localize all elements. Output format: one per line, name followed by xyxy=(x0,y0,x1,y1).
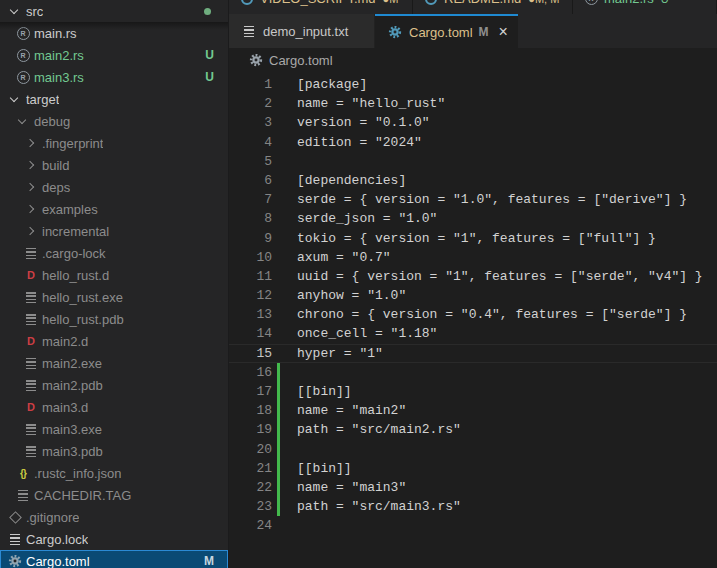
lines-icon xyxy=(7,531,23,547)
tree-item[interactable]: Cargo.tomlM xyxy=(0,550,228,568)
line-number: 23 xyxy=(229,497,272,516)
git-added-gutter-bar xyxy=(277,497,280,516)
tab-row-lower[interactable]: demo_input.txtCargo.tomlM× xyxy=(229,14,717,48)
code-line[interactable]: 2name = "hello_rust" xyxy=(229,94,717,113)
tree-item[interactable]: build xyxy=(0,154,228,176)
git-status-badge: M xyxy=(204,554,214,568)
code-line[interactable]: 5 xyxy=(229,152,717,171)
code-line[interactable]: 16 xyxy=(229,363,717,382)
code-line[interactable]: 18name = "main2" xyxy=(229,401,717,420)
tree-item[interactable]: main.rs xyxy=(0,22,228,44)
code-line[interactable]: 13chrono = { version = "0.4", features =… xyxy=(229,305,717,324)
code-line[interactable]: 21[[bin]] xyxy=(229,459,717,478)
code-line[interactable]: 22name = "main3" xyxy=(229,478,717,497)
gutter-decoration xyxy=(272,94,297,113)
tree-item[interactable]: Dhello_rust.d xyxy=(0,264,228,286)
code-line[interactable]: 11uuid = { version = "1", features = ["s… xyxy=(229,267,717,286)
tree-item[interactable]: main3.rsU xyxy=(0,66,228,88)
tree-item-label: CACHEDIR.TAG xyxy=(34,488,131,503)
gutter-decoration xyxy=(272,440,297,459)
tree-item[interactable]: target xyxy=(0,88,228,110)
tab-status-badge: ●M xyxy=(383,0,399,5)
file-explorer-sidebar[interactable]: srcmain.rsmain2.rsUmain3.rsUtargetdebug.… xyxy=(0,0,229,568)
editor-tab[interactable]: demo_input.txt xyxy=(229,14,375,48)
tree-item[interactable]: deps xyxy=(0,176,228,198)
line-number: 24 xyxy=(229,516,272,535)
code-line[interactable]: 8serde_json = "1.0" xyxy=(229,209,717,228)
tab-row-upper[interactable]: VIDEO_SCRIPT.md●MREADME.md●M, Mmain2.rsU xyxy=(229,0,717,14)
tree-item[interactable]: Cargo.lock xyxy=(0,528,228,550)
editor-tab[interactable]: main2.rsU xyxy=(573,0,717,14)
code-line[interactable]: 15hyper = "1" xyxy=(229,344,717,363)
gutter-decoration xyxy=(272,420,297,439)
tree-item[interactable]: main2.rsU xyxy=(0,44,228,66)
tree-item-label: debug xyxy=(34,114,70,129)
tree-item-label: main2.pdb xyxy=(42,378,103,393)
code-line[interactable]: 17[[bin]] xyxy=(229,382,717,401)
line-number: 21 xyxy=(229,459,272,478)
code-line[interactable]: 12anyhow = "1.0" xyxy=(229,286,717,305)
line-number: 10 xyxy=(229,248,272,267)
tree-item[interactable]: main2.pdb xyxy=(0,374,228,396)
code-text: anyhow = "1.0" xyxy=(297,286,406,305)
gutter-decoration xyxy=(272,229,297,248)
tree-item[interactable]: incremental xyxy=(0,220,228,242)
editor-tab[interactable]: Cargo.tomlM× xyxy=(375,14,518,48)
tree-item[interactable]: .cargo-lock xyxy=(0,242,228,264)
code-editor[interactable]: 1[package]2name = "hello_rust"3version =… xyxy=(229,72,717,568)
chevron-down-icon xyxy=(7,91,23,107)
code-line[interactable]: 23path = "src/main3.rs" xyxy=(229,497,717,516)
code-line[interactable]: 1[package] xyxy=(229,75,717,94)
code-line[interactable]: 4edition = "2024" xyxy=(229,133,717,152)
close-icon[interactable]: × xyxy=(499,24,508,40)
git-added-gutter-bar xyxy=(277,478,280,497)
lines-icon xyxy=(23,421,39,437)
code-line[interactable]: 24 xyxy=(229,516,717,535)
line-number: 4 xyxy=(229,133,272,152)
tree-item[interactable]: examples xyxy=(0,198,228,220)
tree-item[interactable]: CACHEDIR.TAG xyxy=(0,484,228,506)
line-number: 1 xyxy=(229,75,272,94)
code-line[interactable]: 9tokio = { version = "1", features = ["f… xyxy=(229,229,717,248)
tree-item[interactable]: Dmain3.d xyxy=(0,396,228,418)
editor-tab[interactable]: VIDEO_SCRIPT.md●M xyxy=(229,0,413,14)
code-line[interactable]: 3version = "0.1.0" xyxy=(229,113,717,132)
chevron-right-icon xyxy=(23,179,39,195)
code-line[interactable]: 10axum = "0.7" xyxy=(229,248,717,267)
code-line[interactable]: 7serde = { version = "1.0", features = [… xyxy=(229,190,717,209)
tree-item[interactable]: {}.rustc_info.json xyxy=(0,462,228,484)
tree-item[interactable]: main3.exe xyxy=(0,418,228,440)
tree-item[interactable]: debug xyxy=(0,110,228,132)
line-number: 3 xyxy=(229,113,272,132)
tree-item[interactable]: .gitignore xyxy=(0,506,228,528)
tree-item-label: Cargo.lock xyxy=(26,532,88,547)
gutter-decoration xyxy=(272,305,297,324)
code-text: serde = { version = "1.0", features = ["… xyxy=(297,190,687,209)
tree-item[interactable]: main2.exe xyxy=(0,352,228,374)
code-line[interactable]: 14once_cell = "1.18" xyxy=(229,324,717,343)
tree-item[interactable]: main3.pdb xyxy=(0,440,228,462)
gutter-decoration xyxy=(272,497,297,516)
code-text: serde_json = "1.0" xyxy=(297,209,437,228)
rust-icon xyxy=(15,47,31,63)
tree-item[interactable]: Dmain2.d xyxy=(0,330,228,352)
code-line[interactable]: 20 xyxy=(229,440,717,459)
chevron-right-icon xyxy=(23,157,39,173)
code-line[interactable]: 19path = "src/main2.rs" xyxy=(229,420,717,439)
breadcrumb[interactable]: Cargo.toml xyxy=(229,48,717,72)
line-number: 9 xyxy=(229,229,272,248)
editor-tab[interactable]: README.md●M, M xyxy=(413,0,573,14)
tree-item-label: incremental xyxy=(42,224,109,239)
gutter-decoration xyxy=(272,171,297,190)
rust-icon xyxy=(15,69,31,85)
line-number: 16 xyxy=(229,363,272,382)
tree-item[interactable]: hello_rust.pdb xyxy=(0,308,228,330)
tree-item[interactable]: hello_rust.exe xyxy=(0,286,228,308)
tab-status-badge: ●M, M xyxy=(528,0,559,5)
code-text: axum = "0.7" xyxy=(297,248,391,267)
code-line[interactable]: 6[dependencies] xyxy=(229,171,717,190)
tree-item[interactable]: .fingerprint xyxy=(0,132,228,154)
code-text: uuid = { version = "1", features = ["ser… xyxy=(297,267,703,286)
line-number: 17 xyxy=(229,382,272,401)
tree-item[interactable]: src xyxy=(0,0,228,22)
